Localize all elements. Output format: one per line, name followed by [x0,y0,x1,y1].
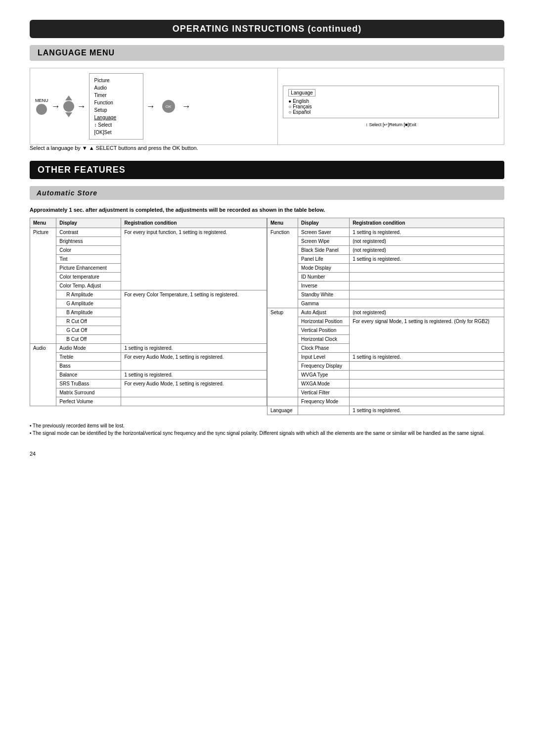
table-row: Input Level 1 setting is registered. [267,353,504,362]
table-row: Vertical Filter [267,388,504,397]
cell-display-matrix-surround: Matrix Surround [56,388,121,397]
cell-display-mode-display: Mode Display [298,264,350,273]
table-row: Frequency Display [267,362,504,371]
menu-item-audio: Audio [94,84,138,92]
nav-circle-icon [63,101,74,112]
cell-condition-black-side-panel: (not registered) [350,246,504,255]
cell-display-color-temp-adjust: Color Temp. Adjust [56,282,121,290]
cell-condition-srs: For every Audio Mode, 1 setting is regis… [121,379,267,397]
cell-condition-audio-mode: 1 setting is registered. [121,344,267,353]
menu-item-setup: Setup [94,106,138,114]
cell-condition-vertical-filter [350,388,504,397]
cell-display-b-amplitude: B Amplitude [56,308,121,317]
cell-condition-picture-input: For every input function, 1 setting is r… [121,228,267,290]
table-row: Black Side Panel (not registered) [267,246,504,255]
table-row: Setup Auto Adjust (not registered) [267,308,504,317]
cell-display-inverse: Inverse [298,282,350,290]
cell-condition-gamma [350,299,504,308]
cell-display-g-cutoff: G Cut Off [56,326,121,335]
right-col-display: Display [298,218,350,228]
table-row: Perfect Volume [30,397,267,406]
cell-display-contrast: Contrast [56,228,121,237]
cell-display-picture-enhancement: Picture Enhancement [56,264,121,273]
arrow-right-1: → [51,101,60,112]
cell-display-screen-saver: Screen Saver [298,228,350,237]
arrow-right-4: → [182,101,191,112]
lang-spanish: ○ Español [288,109,493,115]
language-menu-header: LANGUAGE MENU [30,45,504,61]
cell-display-frequency-mode: Frequency Mode [298,397,350,406]
menu-list-box: Picture Audio Timer Function Setup Langu… [89,73,143,140]
registration-tables: Menu Display Registration condition Pict… [30,218,504,415]
cell-condition-balance: 1 setting is registered. [121,371,267,379]
menu-label: MENU [35,98,48,103]
cell-display-srs-trubass: SRS TruBass [56,379,121,388]
cell-display-g-amplitude: G Amplitude [56,299,121,308]
table-row: Inverse [267,282,504,290]
table-row: Horizontal Position For every signal Mod… [267,317,504,326]
cell-display-black-side-panel: Black Side Panel [298,246,350,255]
menu-item-okset: [OK]Set [94,129,138,136]
cell-condition-frequency-mode [350,397,504,406]
cell-display-wxga-mode: WXGA Mode [298,379,350,388]
lang-english: ● English [288,98,493,104]
table-row: WVGA Type [267,371,504,379]
table-row: WXGA Mode [267,379,504,388]
language-box-title: Language [288,89,315,96]
cell-condition-wvga-type [350,371,504,379]
menu-item-select: ↕ Select [94,121,138,129]
cell-condition-auto-adjust: (not registered) [350,308,504,317]
cell-condition-language: 1 setting is registered. [350,406,504,415]
cell-condition-inverse [350,282,504,290]
cell-display-balance: Balance [56,371,121,379]
ok-button-icon: OK [162,100,175,113]
cell-display-color: Color [56,246,121,255]
cell-display-input-level: Input Level [298,353,350,362]
cell-menu-audio: Audio [30,344,56,406]
arrow-right-2: → [77,101,86,112]
cell-display-horizontal-clock: Horizontal Clock [298,335,350,344]
cell-condition-wxga-mode [350,379,504,388]
lang-french: ○ Français [288,104,493,109]
cell-condition-perfect-volume [121,397,267,406]
cell-condition-frequency-display [350,362,504,371]
cell-condition-mode-display [350,264,504,273]
arrow-right-3: → [146,101,155,112]
cell-condition-signal-mode: For every signal Mode, 1 setting is regi… [350,317,504,353]
table-row: SRS TruBass For every Audio Mode, 1 sett… [30,379,267,388]
table-row: Treble For every Audio Mode, 1 setting i… [30,353,267,362]
nav-control [63,95,74,117]
table-row: Function Screen Saver 1 setting is regis… [267,228,504,237]
cell-display-standby-white: Standby White [298,290,350,299]
cell-display-clock-phase: Clock Phase [298,344,350,353]
other-features-header: OTHER FEATURES [30,161,504,179]
cell-display-screen-wipe: Screen Wipe [298,237,350,246]
cell-menu-picture: Picture [30,228,56,344]
cell-display-vertical-position: Vertical Position [298,326,350,335]
cell-condition-color-temp: For every Color Temperature, 1 setting i… [121,290,267,344]
nav-up-icon [65,95,72,100]
left-col-display: Display [56,218,121,228]
table-row: R Amplitude For every Color Temperature,… [30,290,267,299]
language-menu-diagram: MENU → → Picture Audio Timer Function Se… [30,68,504,145]
table-row: Language 1 setting is registered. [267,406,504,415]
cell-display-horizontal-position: Horizontal Position [298,317,350,326]
cell-display-frequency-display: Frequency Display [298,362,350,371]
menu-item-picture: Picture [94,77,138,84]
cell-menu-setup: Setup [267,308,298,397]
left-col-condition: Registration condition [121,218,267,228]
table-row: Mode Display [267,264,504,273]
cell-display-audio-mode: Audio Mode [56,344,121,353]
menu-circle-icon [36,104,47,115]
cell-display-r-cutoff: R Cut Off [56,317,121,326]
footnote-1: • The previously recorded items will be … [30,423,504,428]
right-col-condition: Registration condition [350,218,504,228]
automatic-store-intro: Approximately 1 sec. after adjustment is… [30,207,504,213]
cell-display-bass: Bass [56,362,121,371]
table-row: Picture Contrast For every input functio… [30,228,267,237]
cell-display-vertical-filter: Vertical Filter [298,388,350,397]
cell-display-b-cutoff: B Cut Off [56,335,121,344]
cell-condition-id-number [350,273,504,282]
cell-display-color-temperature: Color temperature [56,273,121,282]
right-table: Menu Display Registration condition Func… [267,218,504,415]
